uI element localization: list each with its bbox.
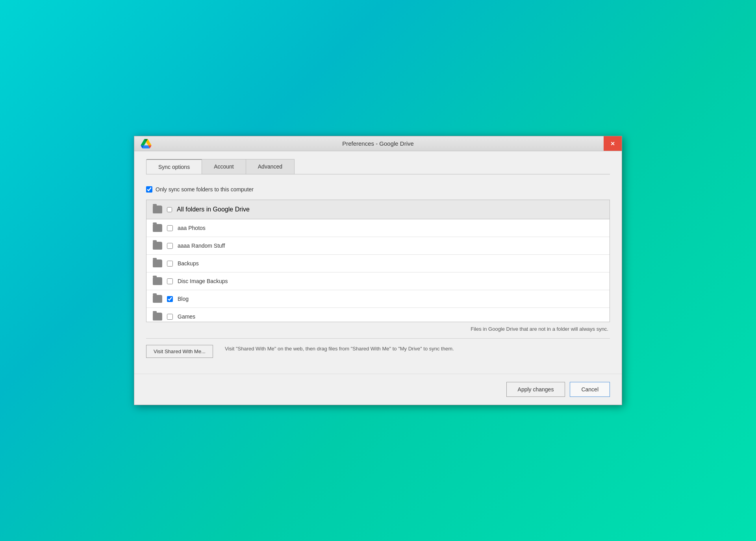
close-button[interactable]: ✕ [604, 136, 622, 151]
only-sync-row: Only sync some folders to this computer [146, 186, 610, 193]
only-sync-label[interactable]: Only sync some folders to this computer [156, 186, 254, 193]
folder-name-backups[interactable]: Backups [178, 260, 199, 267]
section-divider [146, 338, 610, 339]
apply-changes-button[interactable]: Apply changes [506, 382, 565, 397]
window-title: Preferences - Google Drive [342, 140, 414, 147]
only-sync-checkbox[interactable] [146, 186, 152, 193]
visit-shared-button[interactable]: Visit Shared With Me... [146, 345, 213, 358]
folder-checkbox-games[interactable] [167, 314, 173, 320]
folder-item: Blog [146, 290, 610, 308]
folder-name-disc-image-backups[interactable]: Disc Image Backups [178, 278, 228, 284]
shared-description: Visit "Shared With Me" on the web, then … [225, 345, 454, 353]
google-drive-logo-icon [141, 139, 152, 148]
folder-checkbox-disc-image-backups[interactable] [167, 278, 173, 284]
folder-item: Backups [146, 255, 610, 272]
folder-checkbox-backups[interactable] [167, 261, 173, 267]
folder-icon [153, 277, 162, 285]
folder-icon [153, 206, 162, 213]
always-sync-note: Files in Google Drive that are not in a … [146, 326, 610, 332]
cancel-button[interactable]: Cancel [570, 382, 610, 397]
folder-icon [153, 295, 162, 303]
folder-icon [153, 259, 162, 267]
shared-section: Visit Shared With Me... Visit "Shared Wi… [146, 345, 610, 358]
folder-item: Games [146, 308, 610, 322]
title-bar: Preferences - Google Drive ✕ [134, 136, 622, 151]
all-folders-checkbox[interactable] [167, 207, 172, 212]
tab-account[interactable]: Account [202, 159, 246, 174]
folder-item: aaa Photos [146, 219, 610, 237]
folder-icon [153, 242, 162, 250]
folder-checkbox-blog[interactable] [167, 296, 173, 302]
all-folders-row: All folders in Google Drive [146, 200, 610, 219]
folder-checkbox-aaa-photos[interactable] [167, 225, 173, 231]
folder-item: Disc Image Backups [146, 272, 610, 290]
folder-list-container: All folders in Google Drive aaa Photos a… [146, 200, 610, 322]
folder-item: aaaa Random Stuff [146, 237, 610, 255]
folder-scroll-area[interactable]: aaa Photos aaaa Random Stuff Backups [146, 219, 610, 322]
dialog-content: Sync options Account Advanced Only sync … [134, 151, 622, 374]
folder-name-aaa-photos[interactable]: aaa Photos [178, 225, 206, 231]
folder-icon [153, 224, 162, 232]
folder-name-aaaa-random-stuff[interactable]: aaaa Random Stuff [178, 243, 225, 249]
folder-checkbox-aaaa-random-stuff[interactable] [167, 243, 173, 249]
all-folders-label[interactable]: All folders in Google Drive [177, 206, 250, 213]
tab-advanced[interactable]: Advanced [246, 159, 295, 174]
folder-name-blog[interactable]: Blog [178, 296, 189, 302]
tab-bar: Sync options Account Advanced [146, 159, 610, 174]
folder-icon [153, 313, 162, 321]
preferences-window: Preferences - Google Drive ✕ Sync option… [134, 136, 622, 405]
dialog-footer: Apply changes Cancel [134, 374, 622, 405]
tab-sync-options[interactable]: Sync options [146, 159, 202, 174]
folder-name-games[interactable]: Games [178, 313, 195, 320]
sync-options-panel: Only sync some folders to this computer … [146, 182, 610, 362]
